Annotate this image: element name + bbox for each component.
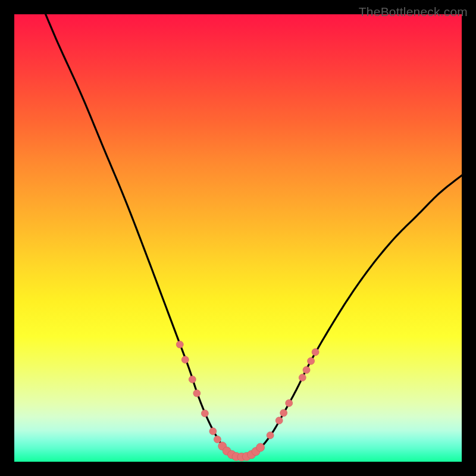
chart-svg [14, 14, 462, 462]
curve-marker [176, 341, 183, 348]
curve-marker [299, 374, 306, 381]
curve-marker [181, 356, 189, 364]
curve-marker [209, 428, 217, 435]
curve-marker [303, 367, 310, 374]
curve-markers [176, 341, 319, 461]
watermark-text: TheBottleneck.com [359, 5, 468, 19]
curve-marker [256, 443, 265, 452]
curve-marker [189, 376, 196, 383]
curve-marker [214, 436, 221, 443]
curve-marker [275, 417, 283, 424]
bottleneck-curve [46, 14, 462, 458]
curve-marker [201, 410, 208, 417]
curve-marker [312, 349, 319, 356]
curve-marker [193, 390, 201, 397]
curve-marker [267, 432, 274, 439]
curve-marker [280, 409, 287, 416]
curve-marker [308, 358, 315, 365]
curve-marker [286, 399, 293, 406]
chart-plot-area [14, 14, 462, 462]
